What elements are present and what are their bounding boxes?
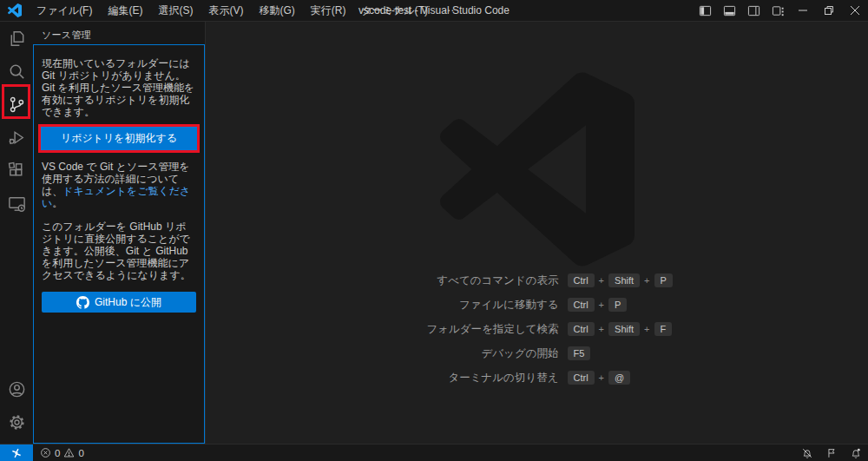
maximize-restore-button[interactable]	[816, 0, 842, 21]
search-icon[interactable]	[0, 55, 33, 88]
plus-separator: +	[644, 324, 649, 334]
keybinding-key: P	[654, 273, 673, 287]
menu-run[interactable]: 実行(R)	[303, 0, 354, 21]
minimize-button[interactable]	[790, 0, 816, 21]
menu-edit[interactable]: 編集(E)	[100, 0, 150, 21]
extensions-icon[interactable]	[0, 154, 33, 187]
plus-separator: +	[599, 324, 604, 334]
titlebar-controls	[693, 0, 868, 21]
github-icon	[76, 296, 89, 309]
remote-indicator[interactable]	[0, 445, 33, 461]
shortcut-label: デバッグの開始	[342, 346, 559, 361]
vscode-watermark-logo	[440, 72, 635, 267]
title-bar: ファイル(F) 編集(E) 選択(S) 表示(V) 移動(G) 実行(R) ター…	[0, 0, 868, 22]
source-control-view: 現在開いているフォルダーには Git リポジトリがありません。Git を利用した…	[33, 44, 205, 444]
docs-message: VS Code で Git とソース管理を使用する方法の詳細については、ドキュメ…	[42, 161, 196, 209]
customize-layout-icon[interactable]	[766, 0, 790, 21]
keybinding-key: P	[608, 298, 627, 312]
shortcut-row: すべてのコマンドの表示 Ctrl + Shift + P	[206, 272, 868, 289]
shortcut-row: ファイルに移動する Ctrl + P	[206, 296, 868, 313]
keybinding-key: Ctrl	[568, 322, 595, 336]
account-icon[interactable]	[0, 372, 33, 405]
sidebar-title: ソース管理	[33, 22, 205, 44]
plus-separator: +	[599, 275, 604, 286]
statusbar-right	[795, 445, 868, 461]
status-bar: 0 0	[0, 444, 868, 461]
menu-file[interactable]: ファイル(F)	[29, 0, 100, 21]
keybinding-key: F	[654, 322, 673, 336]
activity-bar	[0, 22, 33, 444]
plus-separator: +	[599, 372, 604, 383]
menu-view[interactable]: 表示(V)	[201, 0, 251, 21]
activity-bar-bottom	[0, 372, 33, 444]
publish-to-github-button[interactable]: GitHub に公開	[42, 292, 196, 313]
source-control-icon[interactable]	[0, 88, 33, 121]
feedback-icon[interactable]	[819, 445, 844, 461]
app-body: ソース管理 現在開いているフォルダーには Git リポジトリがありません。Git…	[0, 22, 868, 444]
keybinding-key: F5	[568, 346, 591, 360]
red-highlight-box-button: リポジトリを初期化する	[38, 124, 200, 153]
toggle-primary-sidebar-icon[interactable]	[693, 0, 717, 21]
shortcut-row: ターミナルの切り替え Ctrl + @	[206, 369, 868, 386]
toggle-secondary-sidebar-icon[interactable]	[741, 0, 766, 21]
shortcut-row: フォルダーを指定して検索 Ctrl + Shift + F	[206, 320, 868, 338]
menu-go[interactable]: 移動(G)	[251, 0, 302, 21]
editor-area: すべてのコマンドの表示 Ctrl + Shift + P ファイルに移動する C…	[206, 22, 868, 444]
watermark-shortcuts: すべてのコマンドの表示 Ctrl + Shift + P ファイルに移動する C…	[206, 272, 868, 393]
bell-slash-icon[interactable]	[795, 445, 819, 461]
explorer-icon[interactable]	[0, 22, 33, 55]
shortcut-label: ファイルに移動する	[342, 298, 559, 313]
docs-text-period: 。	[52, 197, 62, 209]
toggle-panel-icon[interactable]	[717, 0, 741, 21]
problems-status[interactable]: 0 0	[33, 445, 91, 461]
plus-separator: +	[599, 300, 604, 310]
keybinding-key: Ctrl	[568, 273, 595, 287]
keybinding-key: @	[608, 371, 630, 385]
error-count: 0	[55, 448, 60, 458]
shortcut-label: すべてのコマンドの表示	[342, 273, 559, 288]
warning-icon	[63, 447, 75, 458]
vscode-window: ファイル(F) 編集(E) 選択(S) 表示(V) 移動(G) 実行(R) ター…	[0, 0, 868, 461]
remote-icon	[9, 445, 24, 461]
keybinding-key: Shift	[608, 273, 640, 287]
menu-terminal[interactable]: ターミナル(T)	[353, 0, 435, 21]
plus-separator: +	[644, 275, 649, 286]
keybinding-key: Ctrl	[568, 298, 595, 312]
keybinding-key: Ctrl	[568, 371, 595, 385]
menu-more-ellipsis[interactable]: ⋯	[436, 4, 463, 16]
documentation-link[interactable]: ドキュメントをご覧ください	[42, 185, 190, 209]
menu-selection[interactable]: 選択(S)	[150, 0, 201, 21]
source-control-sidebar: ソース管理 現在開いているフォルダーには Git リポジトリがありません。Git…	[33, 22, 206, 444]
keybinding-key: Shift	[608, 322, 640, 336]
initialize-repository-button[interactable]: リポジトリを初期化する	[41, 127, 197, 150]
error-icon	[40, 447, 51, 458]
shortcut-row: デバッグの開始 F5	[206, 345, 868, 362]
run-and-debug-icon[interactable]	[0, 121, 33, 154]
bell-dot-icon[interactable]	[844, 445, 868, 461]
no-repository-message: 現在開いているフォルダーには Git リポジトリがありません。Git を利用した…	[42, 57, 196, 118]
close-button[interactable]	[842, 0, 868, 21]
remote-explorer-icon[interactable]	[0, 187, 33, 220]
vscode-logo-icon	[8, 3, 22, 17]
menu-bar: ファイル(F) 編集(E) 選択(S) 表示(V) 移動(G) 実行(R) ター…	[29, 0, 463, 21]
shortcut-label: ターミナルの切り替え	[342, 371, 559, 385]
shortcut-label: フォルダーを指定して検索	[342, 322, 559, 337]
settings-gear-icon[interactable]	[0, 405, 33, 438]
publish-button-label: GitHub に公開	[95, 295, 161, 310]
github-publish-message: このフォルダーを GitHub リポジトリに直接公開することができます。公開後、…	[42, 221, 196, 281]
warning-count: 0	[78, 448, 83, 458]
